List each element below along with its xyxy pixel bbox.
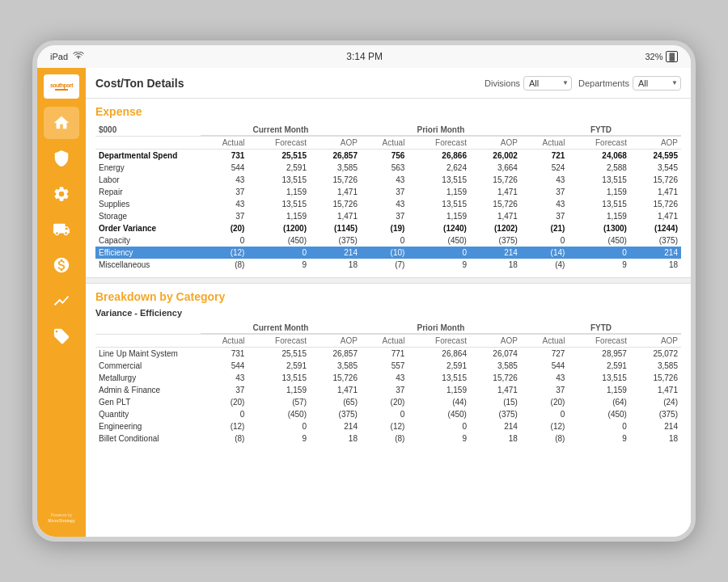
column-sub-headers: Actual Forecast AOP Actual Forecast AOP …	[95, 136, 681, 150]
wifi-icon	[73, 52, 84, 61]
table-row: Storage371,1591,471371,1591,471371,1591,…	[95, 210, 681, 222]
breakdown-sub-headers: Actual Forecast AOP Actual Forecast AOP …	[95, 334, 681, 348]
table-row: Capacity0(450)(375)0(450)(375)0(450)(375…	[95, 234, 681, 247]
table-row: Admin & Finance371,1591,471371,1591,4713…	[95, 384, 681, 396]
table-row: Line Up Maint System73125,51526,85777126…	[95, 348, 681, 361]
sidebar-item-home[interactable]	[44, 107, 79, 139]
table-row: Labor4313,51515,7264313,51515,7264313,51…	[95, 174, 681, 186]
table-row: Engineering(12)0214(12)0214(12)0214	[95, 420, 681, 432]
variance-label: Variance - Efficiency	[95, 308, 681, 318]
table-row: Departmental Spend73125,51526,85775626,8…	[95, 150, 681, 162]
table-row: Metallurgy4313,51515,7264313,51515,72643…	[95, 372, 681, 384]
divisions-label: Divisions	[485, 78, 520, 88]
sidebar: southport	[37, 68, 86, 537]
sidebar-item-chart[interactable]	[44, 285, 79, 317]
breakdown-title: Breakdown by Category	[95, 290, 681, 303]
section-divider	[86, 277, 691, 284]
page-title: Cost/Ton Details	[95, 77, 478, 90]
breakdown-group-headers: Current Month Priori Month FYTD	[95, 321, 681, 334]
breakdown-table: Current Month Priori Month FYTD Actual F…	[95, 321, 681, 445]
ipad-frame: iPad 3:14 PM 32% ▓ southport	[32, 40, 696, 542]
time-display: 3:14 PM	[346, 51, 383, 62]
battery-percentage: 32%	[645, 52, 662, 61]
main-content: Cost/Ton Details Divisions All Departmen…	[86, 68, 691, 537]
page-header: Cost/Ton Details Divisions All Departmen…	[86, 68, 691, 99]
expense-section: Expense $000 Current Month Priori Month …	[95, 105, 681, 271]
column-group-headers: $000 Current Month Priori Month FYTD	[95, 123, 681, 136]
sidebar-item-tag[interactable]	[44, 320, 79, 352]
table-row: Efficiency(12)0214(10)0214(14)0214	[95, 247, 681, 259]
departments-select[interactable]: All	[633, 76, 681, 91]
sidebar-item-settings[interactable]	[44, 178, 79, 210]
table-row: Energy5442,5913,5855632,6243,6645242,588…	[95, 162, 681, 174]
departments-select-wrapper[interactable]: All	[633, 76, 681, 91]
table-row: Commercial5442,5913,5855572,5913,5855442…	[95, 360, 681, 372]
ipad-screen: southport	[37, 68, 691, 537]
microstrategy-logo: Powered by MicroStrategy	[48, 512, 74, 524]
divisions-select[interactable]: All	[523, 76, 572, 91]
expense-title: Expense	[95, 105, 681, 118]
table-row: Repair371,1591,471371,1591,471371,1591,4…	[95, 186, 681, 198]
units-header: $000	[95, 123, 201, 136]
current-month-header: Current Month	[201, 123, 361, 136]
sidebar-item-shield[interactable]	[44, 142, 79, 175]
fytd-header: FYTD	[521, 123, 681, 136]
status-left: iPad	[50, 52, 84, 61]
table-row: Quantity0(450)(375)0(450)(375)0(450)(375…	[95, 408, 681, 420]
sidebar-logo: southport	[44, 74, 79, 99]
sidebar-item-truck[interactable]	[44, 213, 79, 246]
content-area: Expense $000 Current Month Priori Month …	[86, 99, 691, 537]
device-label: iPad	[50, 52, 68, 61]
breakdown-section: Breakdown by Category Variance - Efficie…	[95, 290, 681, 445]
table-row: Miscellaneous(8)918(7)918(4)918	[95, 259, 681, 271]
breakdown-current-month: Current Month	[201, 321, 361, 334]
table-row: Gen PLT(20)(57)(65)(20)(44)(15)(20)(64)(…	[95, 396, 681, 408]
breakdown-prior-month: Priori Month	[361, 321, 521, 334]
divisions-filter-group: Divisions All	[485, 76, 572, 91]
sidebar-item-dollar[interactable]	[44, 249, 79, 281]
table-row: Supplies4313,51515,7264313,51515,7264313…	[95, 198, 681, 210]
table-row: Billet Conditional(8)918(8)918(8)918	[95, 432, 681, 445]
departments-label: Departments	[578, 78, 629, 88]
status-right: 32% ▓	[645, 51, 678, 62]
sidebar-bottom: Powered by MicroStrategy	[48, 512, 74, 530]
divisions-select-wrapper[interactable]: All	[523, 76, 572, 91]
breakdown-fytd: FYTD	[521, 321, 681, 334]
status-bar: iPad 3:14 PM 32% ▓	[37, 45, 691, 68]
prior-month-header: Priori Month	[361, 123, 521, 136]
expense-table: $000 Current Month Priori Month FYTD Act…	[95, 123, 681, 271]
departments-filter-group: Departments All	[578, 76, 681, 91]
table-row: Order Variance(20)(1200)(1145)(19)(1240)…	[95, 222, 681, 234]
battery-icon: ▓	[666, 51, 678, 62]
